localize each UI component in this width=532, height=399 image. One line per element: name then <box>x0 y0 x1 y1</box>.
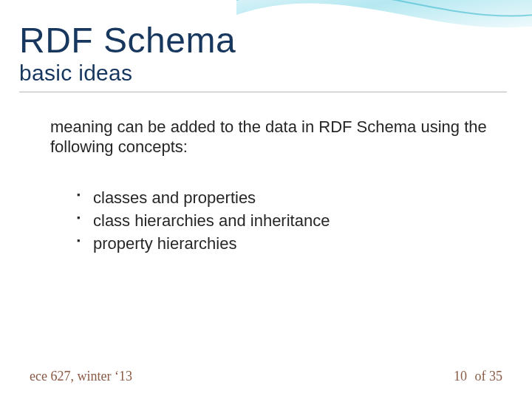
footer-course: ece 627, winter ‘13 <box>30 369 132 384</box>
page-total: 35 <box>489 369 502 383</box>
list-item: property hierarchies <box>77 233 488 256</box>
slide-body: meaning can be added to the data in RDF … <box>50 117 488 255</box>
list-item: class hierarchies and inheritance <box>77 210 488 233</box>
footer-page: 10 of 35 <box>454 369 502 384</box>
intro-paragraph: meaning can be added to the data in RDF … <box>50 117 488 157</box>
page-number: 10 <box>454 369 467 383</box>
slide-content: RDF Schema basic ideas meaning can be ad… <box>19 22 510 255</box>
bullet-list: classes and properties class hierarchies… <box>77 187 488 255</box>
list-item: classes and properties <box>77 187 488 210</box>
slide-subtitle: basic ideas <box>19 61 510 86</box>
slide-title: RDF Schema <box>19 22 510 59</box>
page-separator: of <box>475 369 486 383</box>
title-divider <box>19 92 507 92</box>
